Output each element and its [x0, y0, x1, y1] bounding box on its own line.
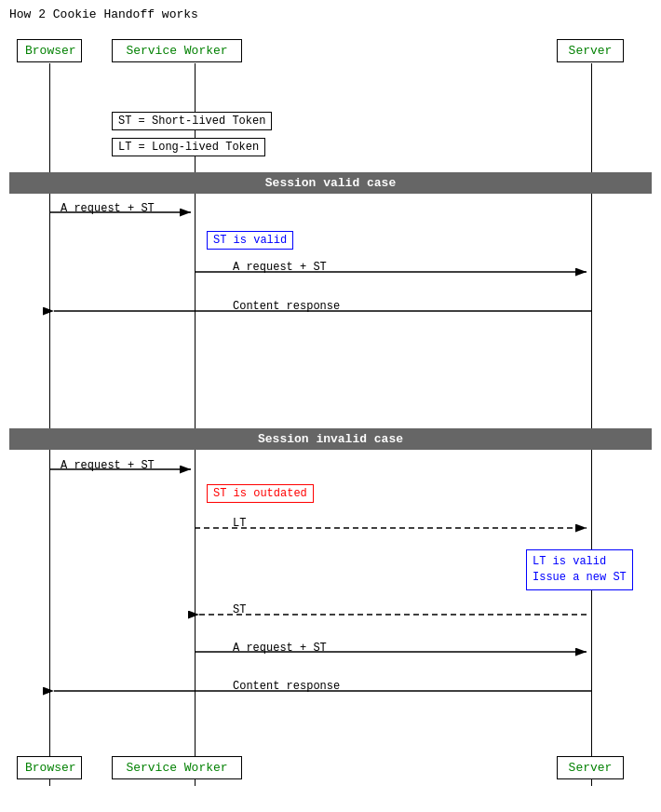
msg-request-st-3: A request + ST	[61, 459, 155, 472]
msg-request-st-2: A request + ST	[233, 261, 327, 274]
section-valid-header: Session valid case	[9, 172, 652, 194]
actor-server-bot: Server	[557, 756, 624, 779]
note-st: ST = Short-lived Token	[112, 112, 272, 130]
note-lt: LT = Long-lived Token	[112, 138, 265, 156]
diagram-container: How 2 Cookie Handoff works Browser Servi…	[0, 0, 661, 812]
msg-content-response-1: Content response	[233, 300, 340, 313]
msg-content-response-2: Content response	[233, 680, 340, 693]
status-st-valid: ST is valid	[207, 231, 293, 250]
actor-browser-bot: Browser	[17, 756, 82, 779]
actor-sw-bot: Service Worker	[112, 756, 242, 779]
msg-lt-send: LT	[233, 517, 246, 530]
actor-browser-top: Browser	[17, 39, 82, 62]
msg-st-return: ST	[233, 603, 246, 616]
section-invalid-header: Session invalid case	[9, 428, 652, 450]
actor-sw-top: Service Worker	[112, 39, 242, 62]
diagram-title: How 2 Cookie Handoff works	[9, 7, 198, 21]
status-st-outdated: ST is outdated	[207, 484, 314, 503]
status-lt-valid: LT is validIssue a new ST	[526, 549, 633, 590]
actor-server-top: Server	[557, 39, 624, 62]
msg-request-st-1: A request + ST	[61, 202, 155, 215]
msg-request-st-4: A request + ST	[233, 642, 327, 655]
